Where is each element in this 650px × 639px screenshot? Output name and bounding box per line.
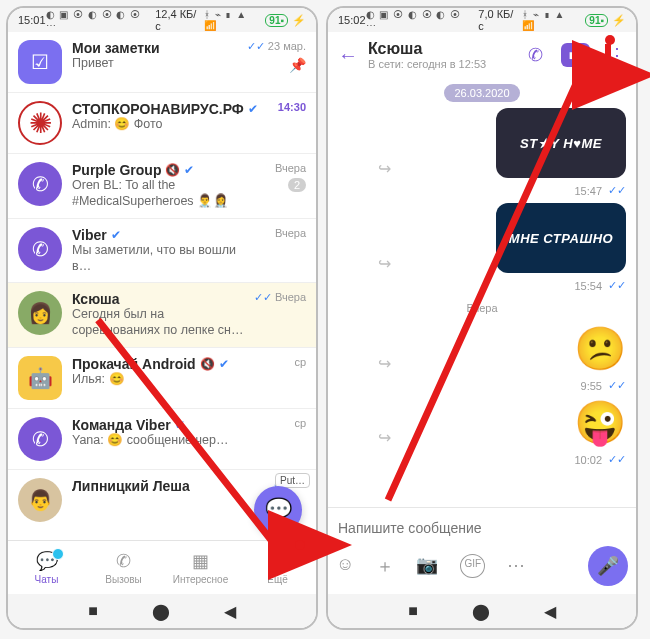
- sticker-stay-home[interactable]: ST★Y H♥ME: [496, 108, 626, 178]
- chat-row-viber[interactable]: ✆ Viber ✔ Мы заметили, что вы вошли в… В…: [8, 219, 316, 283]
- chat-row-purple[interactable]: ✆ Purple Group 🔇 ✔ Oren BL: To all the #…: [8, 154, 316, 219]
- composer: ☺ ＋ 📷 GIF ⋯ 🎤: [328, 507, 636, 594]
- chats-icon: 💬: [36, 550, 58, 572]
- conversation-header: ← Ксюша В сети: сегодня в 12:53 ✆ ■• ⋮: [328, 32, 636, 78]
- status-bar: 15:01 ◐ ▣ ⦿ ◐ ⦿ ◐ ⦿ ⋯ 12,4 КБ/с ᚼ ⌁ ▮ ▲ …: [8, 8, 316, 32]
- recents-button[interactable]: ■: [408, 602, 418, 620]
- forward-icon[interactable]: ↪: [378, 254, 391, 273]
- chat-preview: Yana: 😊 сообщение чер…: [72, 433, 250, 449]
- avatar-corona-icon: ✺: [18, 101, 62, 145]
- bottom-nav: 💬 Чаты ✆ Вызовы ▦ Интересное ≡ Ещё: [8, 540, 316, 594]
- message-input[interactable]: [336, 516, 628, 546]
- chat-title: Мои заметки: [72, 40, 160, 56]
- nav-calls[interactable]: ✆ Вызовы: [85, 541, 162, 594]
- chat-title: Ксюша: [72, 291, 120, 307]
- voice-call-icon[interactable]: ✆: [528, 44, 543, 66]
- notes-icon: ☑: [18, 40, 62, 84]
- nav-chats[interactable]: 💬 Чаты: [8, 541, 85, 594]
- forward-icon[interactable]: ↪: [378, 428, 391, 447]
- chat-bubble-icon: 💬: [265, 497, 292, 523]
- charge-icon: ⚡: [292, 14, 306, 27]
- nav-explore[interactable]: ▦ Интересное: [162, 541, 239, 594]
- chat-preview: Мы заметили, что вы вошли в…: [72, 243, 250, 274]
- back-button[interactable]: ◀: [224, 602, 236, 621]
- phone-chat-list: 15:01 ◐ ▣ ⦿ ◐ ⦿ ◐ ⦿ ⋯ 12,4 КБ/с ᚼ ⌁ ▮ ▲ …: [6, 6, 318, 630]
- status-time: 15:01: [18, 14, 46, 26]
- chat-title: Липницкий Леша: [72, 478, 190, 494]
- chat-preview: Привет: [72, 56, 237, 72]
- new-chat-fab[interactable]: 💬: [254, 486, 302, 534]
- charge-icon: ⚡: [612, 14, 626, 27]
- verified-badge-icon: ✔: [219, 357, 229, 371]
- avatar-photo: 👩: [18, 291, 62, 335]
- read-icon: ✓✓: [247, 40, 265, 52]
- msg-meta: 15:54✓✓: [574, 279, 626, 292]
- chat-title: Прокачай Android: [72, 356, 196, 372]
- status-icons: ◐ ▣ ⦿ ◐ ⦿ ◐ ⦿ ⋯: [46, 9, 152, 31]
- avatar-viber-icon: ✆: [18, 417, 62, 461]
- msg-meta: 15:47✓✓: [574, 184, 626, 197]
- chat-row-android[interactable]: 🤖 Прокачай Android 🔇 ✔ Илья: 😊 ср: [8, 348, 316, 409]
- read-icon: ✓✓: [254, 291, 272, 303]
- chat-list[interactable]: ☑ Мои заметки Привет ✓✓ 23 мар. 📌 ✺ СТОП…: [8, 32, 316, 540]
- add-media-icon[interactable]: ＋: [376, 554, 394, 578]
- chat-row-corona[interactable]: ✺ СТОПКОРОНАВИРУС.РФ ✔ Admin: 😊 Фото 14:…: [8, 93, 316, 154]
- muted-icon: 🔇: [165, 163, 180, 177]
- last-seen: В сети: сегодня в 12:53: [368, 58, 486, 70]
- verified-badge-icon: ✔: [184, 163, 194, 177]
- verified-badge-icon: ✔: [111, 228, 121, 242]
- forward-icon[interactable]: ↪: [378, 159, 391, 178]
- muted-icon: 🔇: [200, 357, 215, 371]
- message-list[interactable]: 26.03.2020 ↪ ST★Y H♥ME 15:47✓✓ ↪ МНЕ СТР…: [328, 78, 636, 507]
- status-bar: 15:02 ◐ ▣ ⦿ ◐ ⦿ ◐ ⦿ ⋯ 7,0 КБ/с ᚼ ⌁ ▮ ▲ 📶…: [328, 8, 636, 32]
- chat-preview: Сегодня был на соревнованиях по лепке сн…: [72, 307, 244, 338]
- chat-preview: Oren BL: To all the #MedicalSuperheroes …: [72, 178, 250, 210]
- battery-icon: 91▪: [265, 14, 288, 27]
- verified-badge-icon: ✔: [248, 102, 258, 116]
- avatar-viber-icon: ✆: [18, 162, 62, 206]
- sticker-scared[interactable]: МНЕ СТРАШНО: [496, 203, 626, 273]
- recents-button[interactable]: ■: [88, 602, 98, 620]
- day-separator: Вчера: [338, 302, 626, 314]
- chat-row-notes[interactable]: ☑ Мои заметки Привет ✓✓ 23 мар. 📌: [8, 32, 316, 93]
- chat-row-ksyusha[interactable]: 👩 Ксюша Сегодня был на соревнованиях по …: [8, 283, 316, 347]
- back-button[interactable]: ◀: [544, 602, 556, 621]
- forward-icon[interactable]: ↪: [378, 354, 391, 373]
- home-button[interactable]: ⬤: [472, 602, 490, 621]
- conversation-title[interactable]: Ксюша: [368, 40, 486, 58]
- status-net: 7,0 КБ/с: [478, 8, 518, 32]
- chat-title: Purple Group: [72, 162, 161, 178]
- avatar-photo: 👨: [18, 478, 62, 522]
- battery-icon: 91▪: [585, 14, 608, 27]
- mic-icon: 🎤: [597, 555, 619, 577]
- emoji-sticker[interactable]: 😕: [574, 324, 626, 373]
- video-call-button[interactable]: ■•: [561, 43, 590, 67]
- sticker-picker-icon[interactable]: ☺: [336, 554, 354, 578]
- status-signal-icons: ᚼ ⌁ ▮ ▲ 📶: [204, 9, 261, 31]
- status-net: 12,4 КБ/с: [155, 8, 200, 32]
- chat-preview: Илья: 😊: [72, 372, 250, 388]
- gif-icon[interactable]: GIF: [460, 554, 485, 578]
- chat-row-team[interactable]: ✆ Команда Viber ✔ Yana: 😊 сообщение чер……: [8, 409, 316, 470]
- pin-icon: 📌: [289, 57, 306, 73]
- unread-count: 2: [288, 178, 306, 192]
- avatar-viber-icon: ✆: [18, 227, 62, 271]
- msg-meta: 9:55✓✓: [581, 379, 626, 392]
- chat-preview: Admin: 😊 Фото: [72, 117, 250, 133]
- back-arrow-icon[interactable]: ←: [338, 44, 358, 67]
- voice-message-button[interactable]: 🎤: [588, 546, 628, 586]
- android-navbar: ■ ⬤ ◀: [8, 594, 316, 628]
- date-separator: 26.03.2020: [444, 84, 519, 102]
- more-icon: ≡: [272, 551, 283, 572]
- camera-icon[interactable]: 📷: [416, 554, 438, 578]
- chat-title: Команда Viber: [72, 417, 171, 433]
- home-button[interactable]: ⬤: [152, 602, 170, 621]
- msg-meta: 10:02✓✓: [574, 453, 626, 466]
- nav-more[interactable]: ≡ Ещё: [239, 541, 316, 594]
- emoji-sticker[interactable]: 😜: [574, 398, 626, 447]
- more-composer-icon[interactable]: ⋯: [507, 554, 525, 578]
- android-navbar: ■ ⬤ ◀: [328, 594, 636, 628]
- phone-conversation: 15:02 ◐ ▣ ⦿ ◐ ⦿ ◐ ⦿ ⋯ 7,0 КБ/с ᚼ ⌁ ▮ ▲ 📶…: [326, 6, 638, 630]
- overflow-menu-icon[interactable]: ⋮: [608, 44, 626, 66]
- verified-badge-icon: ✔: [175, 418, 185, 432]
